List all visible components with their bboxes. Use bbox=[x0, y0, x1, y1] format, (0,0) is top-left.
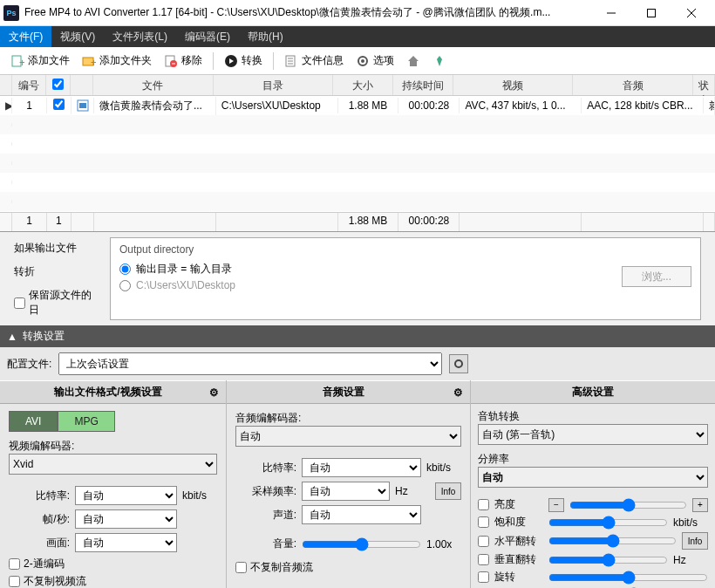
add-folder-button[interactable]: + 添加文件夹 bbox=[77, 51, 157, 71]
gear-icon[interactable]: ⚙ bbox=[209, 386, 219, 399]
vflip-checkbox[interactable] bbox=[478, 554, 489, 565]
svg-text:+: + bbox=[19, 57, 24, 68]
empty-row bbox=[0, 134, 715, 154]
settings-bar[interactable]: ▲ 转换设置 bbox=[0, 325, 715, 347]
col-arrow bbox=[0, 75, 12, 95]
empty-row bbox=[0, 154, 715, 173]
config-label: 配置文件: bbox=[7, 357, 51, 372]
empty-row bbox=[0, 115, 715, 134]
grid-body[interactable]: ▶ 1 微信黄脸表情会动了... C:\Users\XU\Desktop 1.8… bbox=[0, 96, 715, 212]
track-select[interactable]: 自动 (第一音轨) bbox=[478, 424, 708, 445]
twopass-checkbox[interactable] bbox=[9, 558, 20, 570]
volume-label: 音量: bbox=[235, 537, 296, 551]
rotate-slider[interactable] bbox=[548, 571, 708, 585]
titlebar: Ps Free MP4 to AVI Converter 1.17 [64-bi… bbox=[0, 0, 715, 26]
radio-custom-dir[interactable] bbox=[119, 280, 131, 291]
plus-button[interactable]: + bbox=[692, 498, 708, 512]
footer-count2: 1 bbox=[47, 213, 72, 231]
col-status-header[interactable]: 状态 bbox=[693, 75, 715, 95]
cell-video: AVC, 437 kbit/s, 1 0... bbox=[460, 98, 582, 113]
col-check-header[interactable] bbox=[46, 75, 71, 95]
col-audio-header[interactable]: 音频 bbox=[573, 75, 693, 95]
brightness-slider[interactable] bbox=[569, 498, 687, 512]
home-button[interactable] bbox=[401, 51, 426, 71]
add-folder-label: 添加文件夹 bbox=[99, 53, 152, 68]
acodec-select[interactable]: 自动 bbox=[235, 426, 461, 447]
add-file-button[interactable]: + 添加文件 bbox=[5, 51, 75, 71]
channel-select[interactable]: 自动 bbox=[302, 505, 421, 524]
options-button[interactable]: 选项 bbox=[351, 51, 399, 71]
brightness-checkbox[interactable] bbox=[478, 499, 489, 510]
video-settings-pane: 输出文件格式/视频设置 ⚙ AVI MPG 视频编解码器: Xvid 比特率: … bbox=[0, 380, 227, 588]
col-video-header[interactable]: 视频 bbox=[453, 75, 574, 95]
pin-icon bbox=[432, 54, 446, 68]
aspect-label: 画面: bbox=[9, 536, 70, 550]
col-num-header[interactable]: 编号 bbox=[12, 75, 46, 95]
file-type-icon bbox=[72, 98, 94, 113]
table-row[interactable]: ▶ 1 微信黄脸表情会动了... C:\Users\XU\Desktop 1.8… bbox=[0, 96, 715, 115]
unit-kbits: kbit/s bbox=[673, 516, 708, 529]
hflip-slider[interactable] bbox=[548, 534, 677, 548]
info-button-2[interactable]: Info bbox=[682, 532, 708, 550]
col-file-header[interactable]: 文件 bbox=[93, 75, 214, 95]
gear-icon bbox=[356, 54, 370, 68]
menu-encoder[interactable]: 编码器(E) bbox=[176, 26, 239, 47]
config-select[interactable]: 上次会话设置 bbox=[58, 352, 442, 375]
file-info-button[interactable]: 文件信息 bbox=[279, 51, 349, 71]
pin-button[interactable] bbox=[427, 51, 452, 71]
maximize-button[interactable] bbox=[631, 0, 671, 26]
video-pane-title: 输出文件格式/视频设置 ⚙ bbox=[0, 380, 226, 404]
menu-filelist[interactable]: 文件列表(L) bbox=[104, 26, 176, 47]
saturation-slider[interactable] bbox=[548, 516, 668, 530]
menu-video[interactable]: 视频(V) bbox=[51, 26, 104, 47]
menubar: 文件(F) 视频(V) 文件列表(L) 编码器(E) 帮助(H) bbox=[0, 26, 715, 47]
tab-mpg[interactable]: MPG bbox=[58, 411, 114, 432]
rotate-checkbox[interactable] bbox=[478, 571, 489, 583]
svg-rect-22 bbox=[79, 103, 86, 108]
output-radio-same[interactable]: 输出目录 = 输入目录 bbox=[119, 262, 622, 277]
abitrate-select[interactable]: 自动 bbox=[302, 458, 421, 477]
minimize-button[interactable] bbox=[591, 0, 631, 26]
output-label-2: 转折 bbox=[14, 264, 101, 279]
volume-slider[interactable] bbox=[302, 537, 421, 551]
svg-marker-19 bbox=[408, 56, 419, 66]
cell-status: 就绪 bbox=[704, 97, 715, 115]
nocopy-audio-checkbox[interactable] bbox=[235, 562, 247, 573]
col-dir-header[interactable]: 目录 bbox=[214, 75, 334, 95]
radio-same-dir[interactable] bbox=[119, 263, 131, 275]
output-radio-custom[interactable]: C:\Users\XU\Desktop bbox=[119, 279, 622, 291]
abitrate-unit: kbit/s bbox=[426, 462, 461, 474]
row-checkbox[interactable] bbox=[53, 99, 65, 110]
header-checkbox[interactable] bbox=[52, 79, 64, 90]
keep-source-label: 保留源文件的日 bbox=[29, 288, 101, 318]
vflip-slider[interactable] bbox=[548, 553, 668, 567]
vcodec-select[interactable]: Xvid bbox=[9, 454, 217, 475]
hflip-checkbox[interactable] bbox=[478, 536, 489, 547]
remove-button[interactable]: 移除 bbox=[159, 51, 208, 71]
keep-source-checkbox[interactable] bbox=[14, 297, 25, 309]
tab-avi[interactable]: AVI bbox=[9, 411, 58, 432]
window-title: Free MP4 to AVI Converter 1.17 [64-bit] … bbox=[24, 5, 591, 20]
gear-icon[interactable]: ⚙ bbox=[453, 386, 463, 399]
saturation-checkbox[interactable] bbox=[478, 516, 489, 528]
aspect-select[interactable]: 自动 bbox=[75, 533, 177, 552]
vbitrate-select[interactable]: 自动 bbox=[75, 486, 177, 505]
col-duration-header[interactable]: 持续时间 bbox=[393, 75, 453, 95]
sample-select[interactable]: 自动 bbox=[302, 482, 390, 501]
audio-pane-title: 音频设置 ⚙ bbox=[227, 380, 470, 404]
empty-row bbox=[0, 173, 715, 192]
minus-button[interactable]: − bbox=[548, 498, 564, 512]
nocopy-video-checkbox[interactable] bbox=[9, 576, 20, 587]
fps-select[interactable]: 自动 bbox=[75, 509, 177, 529]
col-size-header[interactable]: 大小 bbox=[333, 75, 393, 95]
browse-button[interactable]: 浏览... bbox=[622, 266, 691, 287]
config-gear-button[interactable] bbox=[449, 354, 468, 373]
resolution-select[interactable]: 自动 bbox=[478, 467, 708, 488]
convert-button[interactable]: 转换 bbox=[219, 51, 268, 71]
menu-file[interactable]: 文件(F) bbox=[0, 26, 51, 47]
info-button[interactable]: Info bbox=[435, 482, 461, 500]
convert-label: 转换 bbox=[242, 53, 262, 68]
close-button[interactable] bbox=[671, 0, 712, 26]
brightness-label: 亮度 bbox=[494, 497, 543, 512]
menu-help[interactable]: 帮助(H) bbox=[239, 26, 292, 47]
